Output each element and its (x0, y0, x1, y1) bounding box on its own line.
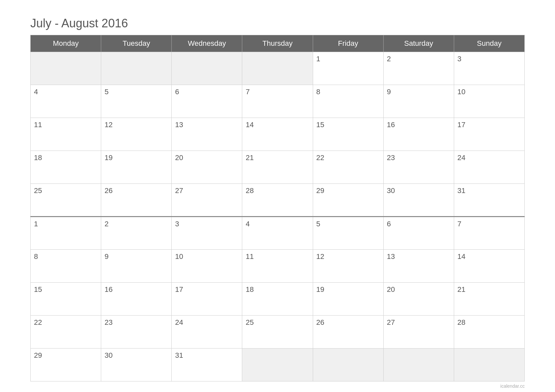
week-row: 891011121314 (31, 250, 525, 283)
day-cell: 13 (172, 118, 242, 151)
day-cell: 26 (101, 184, 172, 217)
day-cell: 11 (242, 250, 313, 283)
day-cell: 4 (242, 217, 313, 250)
week-row: 123 (31, 52, 525, 85)
day-cell: 11 (31, 118, 101, 151)
header-cell: Thursday (242, 35, 313, 52)
calendar-body: 1234567891011121314151617181920212223242… (31, 52, 525, 381)
day-cell: 29 (31, 349, 101, 381)
week-row: 22232425262728 (31, 316, 525, 349)
day-cell: 12 (313, 250, 383, 283)
day-cell (383, 349, 454, 381)
calendar-table: MondayTuesdayWednesdayThursdayFridaySatu… (30, 35, 525, 381)
day-cell: 6 (383, 217, 454, 250)
day-cell: 27 (383, 316, 454, 349)
day-cell: 18 (242, 283, 313, 316)
day-cell: 28 (454, 316, 524, 349)
day-cell: 21 (454, 283, 524, 316)
day-cell: 6 (172, 85, 242, 118)
day-cell: 30 (101, 349, 172, 381)
header-cell: Wednesday (172, 35, 242, 52)
calendar-title: July - August 2016 (30, 16, 525, 30)
day-cell: 13 (383, 250, 454, 283)
day-cell: 22 (313, 151, 383, 184)
day-cell: 14 (454, 250, 524, 283)
day-cell: 8 (313, 85, 383, 118)
header-cell: Sunday (454, 35, 524, 52)
day-cell: 15 (313, 118, 383, 151)
day-cell: 15 (31, 283, 101, 316)
day-cell: 31 (454, 184, 524, 217)
day-cell: 2 (101, 217, 172, 250)
day-cell: 26 (313, 316, 383, 349)
day-cell: 21 (242, 151, 313, 184)
day-cell: 2 (383, 52, 454, 85)
day-cell: 28 (242, 184, 313, 217)
day-cell: 20 (383, 283, 454, 316)
day-cell (313, 349, 383, 381)
week-row: 15161718192021 (31, 283, 525, 316)
day-cell: 25 (242, 316, 313, 349)
day-cell: 3 (172, 217, 242, 250)
day-cell: 30 (383, 184, 454, 217)
week-row: 25262728293031 (31, 184, 525, 217)
day-cell: 7 (454, 217, 524, 250)
week-row: 1234567 (31, 217, 525, 250)
week-row: 18192021222324 (31, 151, 525, 184)
day-cell: 24 (454, 151, 524, 184)
day-cell: 5 (101, 85, 172, 118)
day-cell: 14 (242, 118, 313, 151)
day-cell: 1 (31, 217, 101, 250)
day-cell: 23 (101, 316, 172, 349)
day-cell: 24 (172, 316, 242, 349)
day-cell: 10 (454, 85, 524, 118)
week-row: 293031 (31, 349, 525, 381)
day-cell: 5 (313, 217, 383, 250)
day-cell: 10 (172, 250, 242, 283)
day-cell (242, 52, 313, 85)
calendar-container: July - August 2016 MondayTuesdayWednesda… (17, 7, 538, 392)
calendar-header: MondayTuesdayWednesdayThursdayFridaySatu… (31, 35, 525, 52)
header-row: MondayTuesdayWednesdayThursdayFridaySatu… (31, 35, 525, 52)
day-cell: 25 (31, 184, 101, 217)
day-cell (242, 349, 313, 381)
week-row: 11121314151617 (31, 118, 525, 151)
day-cell: 9 (101, 250, 172, 283)
day-cell: 12 (101, 118, 172, 151)
day-cell: 27 (172, 184, 242, 217)
day-cell: 7 (242, 85, 313, 118)
day-cell: 16 (101, 283, 172, 316)
day-cell: 17 (172, 283, 242, 316)
day-cell: 4 (31, 85, 101, 118)
header-cell: Tuesday (101, 35, 172, 52)
day-cell: 17 (454, 118, 524, 151)
day-cell: 8 (31, 250, 101, 283)
day-cell: 31 (172, 349, 242, 381)
day-cell: 3 (454, 52, 524, 85)
day-cell: 16 (383, 118, 454, 151)
day-cell: 19 (101, 151, 172, 184)
day-cell: 29 (313, 184, 383, 217)
day-cell: 19 (313, 283, 383, 316)
day-cell: 22 (31, 316, 101, 349)
week-row: 45678910 (31, 85, 525, 118)
header-cell: Monday (31, 35, 101, 52)
day-cell: 20 (172, 151, 242, 184)
day-cell: 9 (383, 85, 454, 118)
header-cell: Friday (313, 35, 383, 52)
day-cell (172, 52, 242, 85)
day-cell: 18 (31, 151, 101, 184)
header-cell: Saturday (383, 35, 454, 52)
calendar-footer: icalendar.cc (30, 383, 525, 389)
day-cell (454, 349, 524, 381)
day-cell (31, 52, 101, 85)
day-cell: 1 (313, 52, 383, 85)
day-cell: 23 (383, 151, 454, 184)
day-cell (101, 52, 172, 85)
